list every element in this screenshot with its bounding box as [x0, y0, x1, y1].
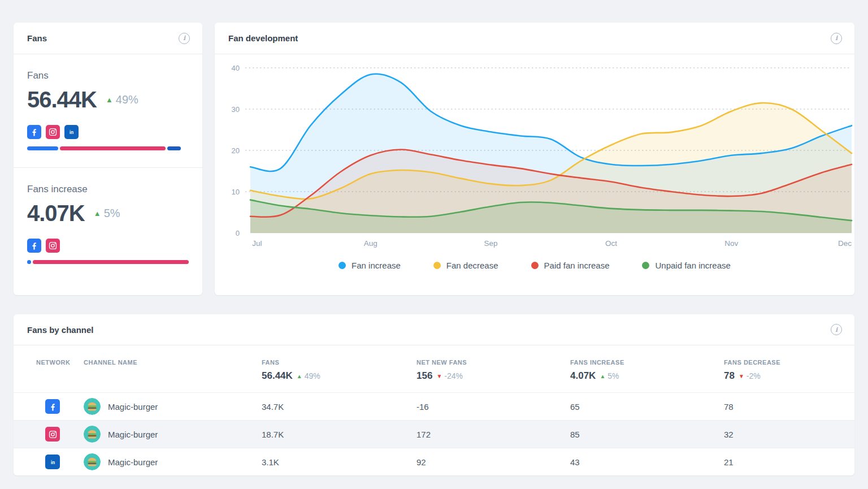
channel-name: Magic-burger	[108, 457, 158, 467]
fan-development-chart: 010203040JulAugSepOctNovDec	[215, 58, 854, 253]
trend-down-icon: ▼	[739, 373, 744, 379]
table-summary-row: NETWORKCHANNEL NAMEFANS56.44K▲49%NET NEW…	[14, 345, 854, 392]
table-body: Magic-burger34.7K-166578Magic-burger18.7…	[14, 392, 854, 475]
info-icon[interactable]: i	[831, 33, 842, 44]
column-label: CHANNEL NAME	[84, 359, 262, 366]
column-header-channel[interactable]: CHANNEL NAME	[84, 359, 262, 366]
y-axis-tick-label: 20	[232, 146, 240, 155]
legend-dot-icon	[433, 262, 441, 269]
column-header-fans[interactable]: FANS56.44K▲49%	[262, 359, 416, 382]
column-label: FANS	[262, 359, 416, 366]
x-axis-month-label: Jul	[252, 239, 262, 248]
summary-delta: ▲49%	[297, 371, 320, 380]
fans-card-body: Fans56.44K▲49%inFans increase4.07K▲5%	[14, 54, 202, 264]
channel-name: Magic-burger	[108, 402, 158, 412]
legend-label: Fan increase	[351, 261, 401, 270]
y-axis-tick-label: 10	[232, 188, 240, 196]
x-axis-month-label: Sep	[484, 239, 498, 248]
legend-item-paid-fan-increase[interactable]: Paid fan increase	[531, 261, 610, 270]
cell-decrease: 21	[724, 457, 841, 467]
column-summary: 156▼-24%	[416, 370, 570, 382]
legend-dot-icon	[642, 262, 649, 269]
legend-item-fan-increase[interactable]: Fan increase	[338, 261, 401, 270]
network-icon-row	[27, 239, 189, 253]
stat-value: 56.44K	[27, 87, 97, 112]
table-row-instagram[interactable]: Magic-burger18.7K1728532	[14, 420, 854, 448]
cell-net_new: 92	[416, 457, 570, 467]
stat-value: 4.07K	[27, 201, 85, 226]
x-axis-month-label: Dec	[838, 239, 852, 248]
stat-value-row: 4.07K▲5%	[27, 201, 189, 226]
facebook-share-segment	[27, 146, 58, 150]
cell-network: in	[27, 455, 84, 469]
legend-label: Fan decrease	[446, 261, 498, 270]
instagram-icon[interactable]	[46, 239, 60, 253]
info-icon[interactable]: i	[179, 33, 190, 44]
info-icon[interactable]: i	[831, 324, 842, 335]
column-label: FANS INCREASE	[570, 359, 724, 366]
legend-item-fan-decrease[interactable]: Fan decrease	[433, 261, 498, 270]
facebook-share-segment	[27, 260, 31, 264]
trend-up-icon: ▲	[94, 210, 101, 217]
table-card-title: Fans by channel	[27, 325, 94, 335]
fans-card: Fans i Fans56.44K▲49%inFans increase4.07…	[14, 23, 202, 295]
stat-delta-percent: 5%	[104, 207, 120, 220]
summary-value: 56.44K	[262, 370, 293, 382]
cell-fans: 18.7K	[262, 430, 416, 439]
svg-text:in: in	[50, 460, 54, 465]
cell-increase: 65	[570, 402, 724, 412]
stat-value-row: 56.44K▲49%	[27, 87, 189, 112]
summary-delta: ▼-2%	[739, 371, 761, 380]
linkedin-icon[interactable]: in	[45, 455, 60, 469]
summary-delta-percent: 5%	[607, 371, 619, 380]
channel-avatar	[84, 426, 101, 443]
linkedin-icon[interactable]: in	[64, 125, 79, 139]
column-header-increase[interactable]: FANS INCREASE4.07K▲5%	[570, 359, 724, 382]
cell-fans: 3.1K	[262, 457, 416, 467]
trend-down-icon: ▼	[436, 373, 442, 379]
instagram-icon[interactable]	[45, 427, 60, 442]
cell-net_new: -16	[416, 402, 570, 412]
legend-dot-icon	[338, 262, 346, 269]
stat-label: Fans	[27, 70, 189, 81]
column-summary: 78▼-2%	[724, 370, 841, 382]
instagram-icon[interactable]	[46, 125, 60, 139]
x-axis-month-label: Aug	[364, 239, 377, 248]
fan-development-card: Fan development i 010203040JulAugSepOctN…	[215, 23, 854, 295]
chart-card-title: Fan development	[228, 33, 298, 43]
cell-channel: Magic-burger	[84, 398, 262, 415]
summary-delta: ▼-24%	[436, 371, 463, 380]
table-row-linkedin[interactable]: inMagic-burger3.1K924321	[14, 448, 854, 475]
y-axis-tick-label: 0	[236, 229, 240, 237]
table-card-header: Fans by channel i	[14, 314, 854, 345]
cell-network	[27, 399, 84, 414]
cell-fans: 34.7K	[262, 402, 416, 412]
chart-legend: Fan increaseFan decreasePaid fan increas…	[215, 261, 854, 270]
facebook-icon[interactable]	[45, 399, 60, 414]
cell-net_new: 172	[416, 430, 570, 439]
column-label: NET NEW FANS	[416, 359, 570, 366]
legend-label: Paid fan increase	[544, 261, 610, 270]
y-axis-tick-label: 40	[232, 64, 240, 72]
summary-value: 4.07K	[570, 370, 596, 382]
stat-delta: ▲5%	[94, 207, 120, 220]
fans-by-channel-card: Fans by channel i NETWORKCHANNEL NAMEFAN…	[14, 314, 854, 475]
cell-increase: 43	[570, 457, 724, 467]
stat-delta: ▲49%	[106, 93, 138, 106]
dashboard-page: Fans i Fans56.44K▲49%inFans increase4.07…	[0, 0, 868, 489]
column-label: FANS DECREASE	[724, 359, 841, 366]
channel-name: Magic-burger	[108, 430, 158, 439]
cell-channel: Magic-burger	[84, 426, 262, 443]
facebook-icon[interactable]	[27, 125, 41, 139]
column-header-decrease[interactable]: FANS DECREASE78▼-2%	[724, 359, 841, 382]
facebook-icon[interactable]	[27, 239, 41, 253]
column-header-network[interactable]: NETWORK	[27, 359, 84, 366]
instagram-share-segment	[60, 146, 166, 150]
column-header-net_new[interactable]: NET NEW FANS156▼-24%	[416, 359, 570, 382]
stat-section-fans-increase: Fans increase4.07K▲5%	[14, 167, 202, 264]
cell-increase: 85	[570, 430, 724, 439]
summary-delta: ▲5%	[600, 371, 619, 380]
legend-label: Unpaid fan increase	[655, 261, 730, 270]
legend-item-unpaid-fan-increase[interactable]: Unpaid fan increase	[642, 261, 730, 270]
table-row-facebook[interactable]: Magic-burger34.7K-166578	[14, 392, 854, 420]
